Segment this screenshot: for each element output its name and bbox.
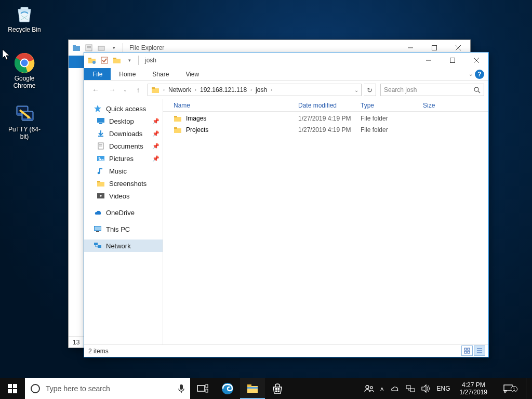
tree-documents[interactable]: Documents📌	[84, 140, 163, 152]
tab-home[interactable]: Home	[111, 68, 144, 80]
action-center-button[interactable]: 1	[497, 384, 520, 393]
desktop-icon-google-chrome[interactable]: Google Chrome	[5, 52, 44, 89]
start-button[interactable]	[0, 378, 25, 399]
desktop-icon-label: Google Chrome	[5, 75, 44, 89]
svg-rect-70	[197, 385, 205, 391]
nav-forward-button[interactable]: →	[105, 83, 119, 97]
taskbar-app-file-explorer[interactable]	[240, 378, 265, 399]
tree-screenshots[interactable]: Screenshots	[84, 177, 163, 190]
show-desktop-button[interactable]	[526, 378, 529, 399]
microphone-icon[interactable]	[178, 384, 185, 393]
putty-icon	[14, 103, 35, 125]
qat-folder-icon[interactable]	[71, 42, 82, 54]
chevron-right-icon[interactable]: ›	[249, 87, 254, 92]
tab-file[interactable]: File	[84, 68, 111, 80]
tree-label: Network	[106, 242, 131, 250]
tray-time: 4:27 PM	[460, 381, 487, 389]
tree-downloads[interactable]: Downloads📌	[84, 127, 163, 140]
address-bar[interactable]: › Network › 192.168.121.118 › josh › ⌄	[148, 84, 362, 96]
tray-clock[interactable]: 4:27 PM 1/27/2019	[457, 381, 490, 396]
file-modified: 1/27/2019 4:19 PM	[298, 126, 361, 134]
desktop-icon-label: PuTTY (64-bit)	[5, 126, 44, 140]
address-history-dropdown[interactable]: ⌄	[353, 87, 360, 93]
chrome-icon	[14, 52, 35, 74]
breadcrumb-segment[interactable]: Network	[166, 86, 193, 94]
svg-rect-51	[98, 245, 101, 248]
column-headers[interactable]: Name Date modified Type Size	[163, 99, 488, 112]
refresh-button[interactable]: ↻	[364, 84, 376, 96]
tree-this-pc[interactable]: This PC	[84, 223, 163, 235]
documents-icon	[97, 142, 105, 150]
qat-newfolder-icon[interactable]	[111, 54, 123, 66]
folder-icon	[97, 179, 105, 188]
tree-pictures[interactable]: Pictures📌	[84, 152, 163, 165]
list-item[interactable]: Images 1/27/2019 4:19 PM File folder	[163, 113, 488, 124]
nav-back-button[interactable]: ←	[88, 83, 103, 97]
svg-line-32	[478, 91, 480, 93]
star-icon	[94, 104, 102, 113]
col-size[interactable]: Size	[423, 102, 454, 109]
svg-rect-29	[152, 88, 159, 93]
ribbon-expand-icon[interactable]: ⌄	[469, 71, 473, 77]
task-view-button[interactable]	[190, 378, 215, 399]
breadcrumb-segment[interactable]: 192.168.121.118	[198, 86, 249, 94]
music-icon	[97, 167, 105, 175]
maximize-button[interactable]	[441, 52, 464, 68]
desktop-icon-recycle-bin[interactable]: Recycle Bin	[5, 3, 44, 33]
tray-onedrive-icon[interactable]	[390, 385, 400, 392]
svg-rect-75	[247, 384, 251, 387]
tab-view[interactable]: View	[177, 68, 207, 80]
desktop-icon-putty[interactable]: PuTTY (64-bit)	[5, 103, 44, 140]
help-button[interactable]: ?	[475, 70, 484, 79]
view-details-button[interactable]	[474, 345, 485, 356]
tree-label: Pictures	[109, 155, 134, 163]
col-modified[interactable]: Date modified	[298, 102, 361, 109]
tray-volume-icon[interactable]	[421, 384, 431, 393]
close-button[interactable]	[464, 52, 488, 68]
window-file-explorer-josh[interactable]: ▾ josh File Home Share View ⌄ ? ← → ⌄ ↑ …	[84, 52, 489, 357]
tree-desktop[interactable]: Desktop📌	[84, 115, 163, 127]
svg-rect-74	[247, 386, 258, 393]
tree-network[interactable]: Network	[84, 240, 163, 252]
file-type: File folder	[361, 126, 423, 134]
svg-point-42	[98, 172, 100, 175]
tree-music[interactable]: Music	[84, 165, 163, 177]
nav-up-button[interactable]: ↑	[131, 83, 145, 97]
taskbar-app-edge[interactable]	[215, 378, 240, 399]
titlebar[interactable]: ▾ josh	[84, 52, 488, 68]
search-box[interactable]: Search josh	[380, 84, 484, 96]
breadcrumb-segment[interactable]: josh	[254, 86, 269, 94]
tray-network-icon[interactable]	[406, 385, 415, 392]
pin-icon: 📌	[152, 155, 159, 162]
nav-recent-dropdown[interactable]: ⌄	[122, 83, 129, 97]
qat-properties-icon[interactable]	[99, 54, 110, 66]
window-title-bg: File Explorer	[129, 44, 164, 51]
tray-overflow-icon[interactable]: ʌ	[380, 385, 384, 392]
svg-point-82	[370, 387, 372, 389]
minimize-button[interactable]	[417, 52, 441, 68]
chevron-right-icon[interactable]: ›	[162, 87, 166, 92]
view-large-icons-button[interactable]	[461, 345, 473, 356]
file-list-pane: Name Date modified Type Size Images 1/27…	[163, 99, 488, 344]
tray-people-icon[interactable]	[364, 384, 374, 393]
tree-quick-access[interactable]: Quick access	[84, 102, 163, 115]
qat-dropdown-icon[interactable]: ▾	[124, 54, 135, 66]
col-type[interactable]: Type	[361, 102, 423, 109]
col-name[interactable]: Name	[174, 102, 298, 109]
chevron-right-icon[interactable]: ›	[269, 87, 274, 92]
svg-rect-12	[87, 46, 91, 47]
folder-icon	[151, 86, 159, 94]
qat-folder-icon[interactable]	[86, 54, 98, 66]
chevron-right-icon[interactable]: ›	[193, 87, 198, 92]
svg-rect-52	[174, 117, 181, 122]
svg-rect-63	[8, 384, 12, 388]
tree-onedrive[interactable]: OneDrive	[84, 206, 163, 219]
tree-videos[interactable]: Videos	[84, 190, 163, 202]
svg-rect-68	[180, 384, 183, 390]
network-icon	[94, 242, 102, 250]
list-item[interactable]: Projects 1/27/2019 4:19 PM File folder	[163, 124, 488, 136]
taskbar-search[interactable]: Type here to search	[25, 378, 190, 399]
tab-share[interactable]: Share	[144, 68, 177, 80]
taskbar-app-store[interactable]	[265, 378, 290, 399]
tray-language[interactable]: ENG	[437, 385, 450, 392]
